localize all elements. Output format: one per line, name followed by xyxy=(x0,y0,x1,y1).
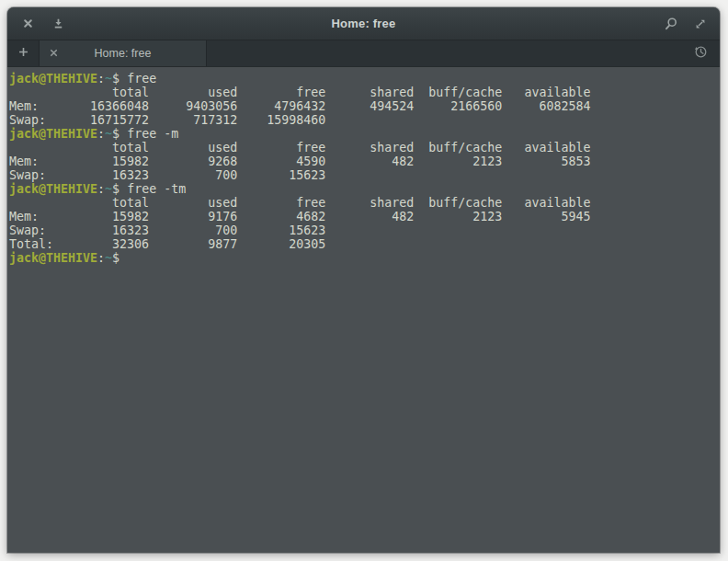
prompt-separator: : xyxy=(97,72,105,86)
prompt-user-host: jack@THEHIVE xyxy=(9,127,97,141)
prompt-path: ~ xyxy=(105,182,112,196)
window-close-button[interactable] xyxy=(20,17,35,31)
prompt-separator: : xyxy=(97,127,105,141)
command-text: free -m xyxy=(127,127,178,141)
prompt-symbol: $ xyxy=(112,72,119,86)
prompt-symbol: $ xyxy=(112,127,119,141)
close-icon xyxy=(22,17,34,29)
output-line: Mem: 15982 9268 4590 482 2123 5853 xyxy=(9,155,720,168)
window-minimize-button[interactable] xyxy=(51,17,65,31)
minimize-icon xyxy=(52,17,64,29)
prompt-separator: : xyxy=(97,251,105,265)
window-title: Home: free xyxy=(7,17,720,30)
output-line: total used free shared buff/cache availa… xyxy=(9,86,720,99)
history-button[interactable] xyxy=(681,40,720,66)
command-text: free xyxy=(127,72,156,86)
prompt-line: jack@THEHIVE:~$ xyxy=(9,251,720,265)
output-line: Swap: 16715772 717312 15998460 xyxy=(9,113,720,127)
maximize-button[interactable] xyxy=(693,17,708,31)
terminal-output-area[interactable]: jack@THEHIVE:~$free total used free shar… xyxy=(7,68,720,553)
tab-home-free[interactable]: Home: free xyxy=(39,40,207,66)
tab-close-icon xyxy=(49,47,59,61)
prompt-symbol: $ xyxy=(112,251,119,265)
output-line: Swap: 16323 700 15623 xyxy=(9,168,720,182)
prompt-line: jack@THEHIVE:~$free -m xyxy=(9,127,720,141)
prompt-symbol: $ xyxy=(112,182,119,196)
output-line: total used free shared buff/cache availa… xyxy=(9,141,720,155)
prompt-user-host: jack@THEHIVE xyxy=(9,182,97,196)
prompt-path: ~ xyxy=(105,251,112,265)
prompt-path: ~ xyxy=(105,72,112,86)
tab-bar: Home: free xyxy=(7,40,720,67)
tab-close-button[interactable] xyxy=(46,46,61,61)
output-line: Mem: 15982 9176 4682 482 2123 5945 xyxy=(9,210,720,223)
output-line: total used free shared buff/cache availa… xyxy=(9,196,720,210)
tabbar-empty-space xyxy=(207,40,681,66)
search-button[interactable] xyxy=(664,17,678,31)
titlebar-left-controls xyxy=(7,17,65,31)
prompt-user-host: jack@THEHIVE xyxy=(9,251,97,265)
titlebar-right-controls xyxy=(664,17,720,31)
search-icon xyxy=(664,17,678,31)
output-line: Total: 32306 9877 20305 xyxy=(9,237,720,251)
desktop-background: Home: free xyxy=(0,0,728,561)
output-line: Swap: 16323 700 15623 xyxy=(9,223,720,237)
expand-icon xyxy=(694,17,707,30)
terminal-window: Home: free xyxy=(7,7,720,553)
new-tab-button[interactable] xyxy=(7,40,39,66)
command-text: free -tm xyxy=(127,182,186,196)
tab-label: Home: free xyxy=(40,47,206,60)
output-line: Mem: 16366048 9403056 4796432 494524 216… xyxy=(9,99,720,113)
history-icon xyxy=(693,44,709,63)
plus-icon xyxy=(17,46,29,61)
prompt-line: jack@THEHIVE:~$free xyxy=(9,72,720,86)
prompt-path: ~ xyxy=(105,127,112,141)
prompt-separator: : xyxy=(97,182,105,196)
prompt-line: jack@THEHIVE:~$free -tm xyxy=(9,182,720,196)
prompt-user-host: jack@THEHIVE xyxy=(9,72,97,86)
titlebar[interactable]: Home: free xyxy=(7,7,720,40)
